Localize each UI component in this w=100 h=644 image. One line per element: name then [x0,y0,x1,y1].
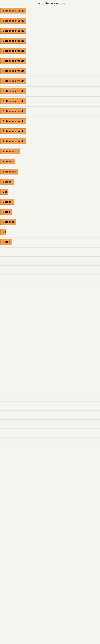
empty-row [0,311,100,320]
list-item: Bottleneck result [0,6,100,16]
list-item: Bottleneck result [0,86,100,96]
empty-row [0,501,100,510]
bottleneck-result-badge[interactable]: Bottleneck result [0,108,26,114]
bottleneck-result-badge[interactable]: Bottlen [0,179,14,184]
list-item: Bottleneck result [0,26,100,36]
empty-row [0,266,100,275]
list-item: Bottlen [0,177,100,187]
bottleneck-result-badge[interactable]: Bottleneck result [0,78,26,84]
empty-row [0,374,100,384]
list-item: Bot [0,187,100,197]
list-item: Bottlen [0,197,100,207]
empty-row [0,429,100,438]
bottleneck-result-badge[interactable]: Bottleneck result [0,118,26,124]
empty-row [0,284,100,293]
list-item: Bottleneck result [0,76,100,86]
site-title: TheBottlenecker.com [0,0,100,6]
empty-row [0,329,100,338]
empty-row [0,302,100,311]
bottleneck-result-badge[interactable]: Bottleneck result [0,28,26,34]
bottleneck-result-badge[interactable]: Bottleneck result [0,128,26,134]
bottleneck-result-badge[interactable]: Bottleneck re [0,148,20,154]
empty-row [0,248,100,256]
list-item: Bottleneck result [0,127,100,137]
empty-row [0,447,100,456]
bottleneck-result-badge[interactable]: Bottleneck r [0,169,18,174]
empty-row [0,492,100,501]
list-item: Bottleneck re [0,147,100,157]
bottleneck-result-badge[interactable]: Bottleneck result [0,18,26,24]
empty-row [0,384,100,392]
empty-row [0,510,100,519]
empty-row [0,438,100,447]
empty-row [0,420,100,429]
bottleneck-result-badge[interactable]: Bottlene [0,158,15,164]
bottleneck-result-badge[interactable]: Bottleneck result [0,58,26,64]
empty-row [0,402,100,410]
list-item: Bottleneck result [0,46,100,56]
empty-row [0,256,100,266]
bottleneck-result-badge[interactable]: Bot [0,189,8,194]
list-item: Bottlene [0,157,100,167]
empty-row [0,392,100,402]
empty-row [0,365,100,374]
empty-row [0,293,100,302]
empty-row [0,356,100,365]
bottleneck-result-badge[interactable]: Bo [0,229,6,235]
list-item: Bottleneck result [0,66,100,76]
bottleneck-result-badge[interactable]: Bottleneck result [0,48,26,54]
empty-row [0,338,100,347]
empty-row [0,320,100,329]
bottleneck-result-badge[interactable]: Bottleneck result [0,8,26,14]
list-item: Bottleneck result [0,137,100,147]
list-item: Bottle [0,238,100,248]
bottleneck-result-badge[interactable]: Bottlen [0,199,14,205]
list-item: Bottle [0,207,100,217]
list-item: Bottleneck result [0,96,100,107]
bottleneck-result-badge[interactable]: Bottle [0,239,12,245]
list-item: Bo [0,228,100,238]
list-item: Bottlenec [0,217,100,228]
list-item: Bottleneck result [0,56,100,66]
empty-row [0,465,100,474]
bottleneck-result-badge[interactable]: Bottle [0,209,12,215]
content-area: Bottleneck resultBottleneck resultBottle… [0,6,100,519]
bottleneck-result-badge[interactable]: Bottleneck result [0,88,26,94]
bottleneck-result-badge[interactable]: Bottleneck result [0,38,26,44]
empty-row [0,474,100,483]
list-item: Bottleneck result [0,107,100,117]
list-item: Bottleneck result [0,36,100,46]
list-item: Bottleneck r [0,167,100,177]
bottleneck-result-badge[interactable]: Bottlenec [0,219,16,225]
empty-row [0,410,100,420]
empty-row [0,456,100,465]
empty-row [0,275,100,284]
bottleneck-result-badge[interactable]: Bottleneck result [0,138,26,144]
bottleneck-result-badge[interactable]: Bottleneck result [0,68,26,74]
empty-row [0,347,100,356]
list-item: Bottleneck result [0,117,100,127]
list-item: Bottleneck result [0,16,100,26]
bottleneck-result-badge[interactable]: Bottleneck result [0,98,26,104]
empty-row [0,483,100,492]
